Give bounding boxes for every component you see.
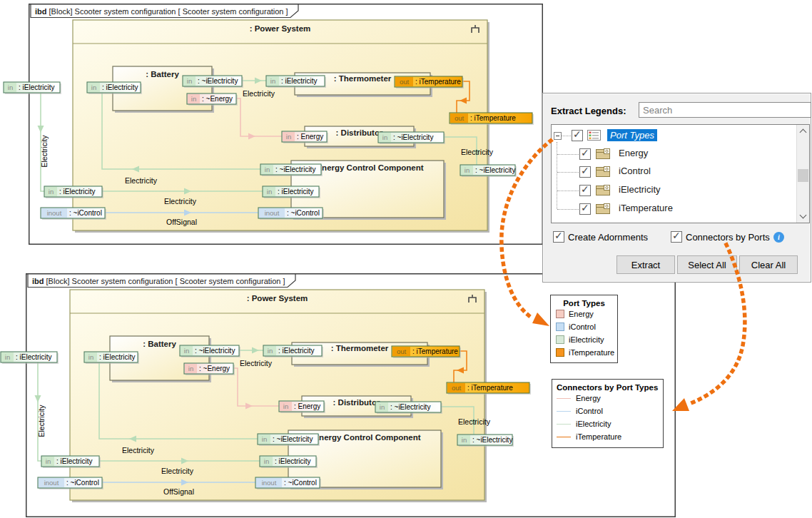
legend-item-label: Energy [569, 310, 594, 318]
scroll-down-icon[interactable] [800, 212, 807, 219]
port-battery-in-not-ielectricity[interactable]: in: ~iElectricity [180, 345, 240, 357]
port-battery-in-not-ielectricity[interactable]: in: ~iElectricity [183, 76, 243, 88]
port-direction: in [382, 133, 387, 141]
color-swatch [556, 348, 564, 357]
connector-label: OffSignal [166, 218, 197, 226]
tree-item-label: Energy [619, 148, 648, 158]
scrollbar-thumb[interactable] [798, 169, 808, 182]
port-distributor-in-not-ielectricity[interactable]: in: ~iElectricity [375, 402, 442, 414]
port-direction: in [88, 353, 93, 361]
port-ps-inout-icontrol[interactable]: inout: ~iControl [38, 477, 103, 489]
frame-title: ibd [Block] Scooter system configuration… [32, 277, 285, 285]
port-label: : iElectricity [278, 188, 314, 195]
legend-type-tree: Port TypesEnergyiControliElectricityiTem… [551, 124, 810, 223]
tree-item-label: iControl [619, 166, 651, 176]
port-direction: in [267, 188, 272, 195]
port-ps-inout-icontrol[interactable]: inout: ~iControl [41, 208, 106, 220]
port-battery-in-ielectricity[interactable]: in: iElectricity [87, 82, 142, 94]
port-boundary-in-not-ielectricity[interactable]: in: ~iElectricity [460, 165, 517, 177]
port-direction: in [265, 166, 270, 173]
extract-button[interactable]: Extract [616, 255, 675, 274]
port-distributor-in-energy[interactable]: in: Energy [282, 131, 328, 143]
tree-scrollbar[interactable] [796, 125, 809, 223]
block-title: : Battery [146, 70, 179, 78]
port-label: : Energy [294, 402, 320, 410]
port-ecc-inout-icontrol[interactable]: inout: ~iControl [258, 208, 324, 220]
tree-collapse-toggle[interactable] [554, 132, 562, 140]
port-boundary-out-itemperature[interactable]: out: iTemperature [447, 382, 531, 395]
tree-item-checkbox[interactable] [579, 166, 591, 178]
clear-all-button[interactable]: Clear All [739, 255, 798, 274]
block-title: : Energy Control Component [311, 163, 423, 172]
port-distributor-in-energy[interactable]: in: Energy [279, 401, 325, 413]
block-title: : Thermometer [334, 74, 392, 83]
port-direction: in [380, 403, 385, 411]
create-adornments-checkbox[interactable] [553, 231, 564, 243]
legend-item-label: iTemperature [569, 348, 614, 357]
port-label: : ~iElectricity [195, 347, 235, 355]
port-ecc-in-ielectricity[interactable]: in: iElectricity [263, 186, 320, 198]
search-input[interactable] [639, 102, 811, 118]
legend-port-types[interactable]: Port Types EnergyiControliElectricityiTe… [550, 295, 618, 363]
port-direction: out [397, 347, 407, 355]
tree-item-checkbox[interactable] [579, 203, 591, 215]
port-ps-in-ielectricity[interactable]: in: iElectricity [41, 456, 101, 468]
port-label: : ~iElectricity [472, 436, 512, 444]
port-direction: in [268, 347, 273, 355]
port-label: : ~iControl [69, 209, 102, 217]
port-ecc-in-not-ielectricity[interactable]: in: ~iElectricity [260, 164, 323, 176]
color-swatch [556, 323, 564, 331]
port-direction: in [270, 77, 275, 85]
port-battery-in-not-energy[interactable]: in: ~Energy [184, 363, 235, 375]
port-frame-in-ielectricity[interactable]: in: iElectricity [1, 352, 59, 364]
connector-label: Electricity [458, 417, 491, 426]
port-direction: in [264, 457, 269, 465]
port-label: : iElectricity [19, 83, 55, 91]
legend-connectors-by-port-types[interactable]: Connectors by Port Types EnergyiControli… [552, 379, 664, 448]
legend-item-label: iTemperature [576, 432, 621, 441]
create-adornments-label: Create Adornments [568, 232, 648, 243]
port-direction: in [184, 347, 189, 355]
port-battery-in-ielectricity[interactable]: in: iElectricity [84, 352, 139, 364]
port-ecc-inout-icontrol[interactable]: inout: ~iControl [255, 477, 321, 489]
legend-port-types-title: Port Types [551, 295, 617, 308]
port-label: : ~iElectricity [390, 403, 430, 411]
application-canvas: ibd [Block] Scooter system configuration… [0, 0, 812, 518]
port-direction: inout [47, 209, 62, 217]
port-frame-in-ielectricity[interactable]: in: iElectricity [4, 82, 61, 94]
port-battery-in-not-energy[interactable]: in: ~Energy [187, 93, 238, 106]
tree-item-label: iElectricity [619, 184, 661, 195]
tree-item-checkbox[interactable] [572, 130, 583, 141]
info-icon[interactable]: i [773, 232, 784, 243]
tree-item-checkbox[interactable] [579, 148, 591, 160]
port-label: : iElectricity [16, 353, 52, 361]
port-distributor-in-not-ielectricity[interactable]: in: ~iElectricity [378, 132, 445, 144]
port-direction: in [462, 436, 467, 444]
connectors-by-ports-checkbox[interactable] [671, 231, 682, 243]
scroll-up-icon[interactable] [800, 129, 807, 136]
port-ecc-in-ielectricity[interactable]: in: iElectricity [260, 456, 318, 468]
port-thermometer-in-ielectricity[interactable]: in: iElectricity [266, 76, 326, 88]
port-boundary-in-not-ielectricity[interactable]: in: ~iElectricity [457, 435, 514, 447]
port-direction: in [187, 77, 192, 85]
port-thermometer-in-ielectricity[interactable]: in: iElectricity [263, 345, 323, 357]
block-title: : Battery [143, 340, 176, 348]
port-thermometer-out-itemperature[interactable]: out: iTemperature [392, 346, 461, 358]
connector-label: OffSignal [163, 487, 194, 496]
port-ecc-in-not-ielectricity[interactable]: in: ~iElectricity [258, 434, 320, 446]
port-label: : iTemperature [467, 384, 513, 392]
tree-item-checkbox[interactable] [579, 185, 591, 196]
legend-item-label: iElectricity [576, 420, 611, 428]
port-thermometer-out-itemperature[interactable]: out: iTemperature [395, 76, 464, 88]
port-label: : iElectricity [281, 77, 318, 85]
port-direction: in [46, 457, 51, 465]
connector-label: Electricity [461, 148, 494, 156]
port-ps-in-ielectricity[interactable]: in: iElectricity [44, 186, 103, 198]
legend-item: Energy [551, 308, 617, 320]
line-swatch [557, 411, 571, 412]
port-boundary-out-itemperature[interactable]: out: iTemperature [450, 113, 534, 125]
port-direction: in [188, 365, 193, 372]
select-all-button[interactable]: Select All [677, 255, 737, 274]
port-direction: in [91, 83, 96, 91]
connector-label: Electricity [243, 89, 275, 98]
